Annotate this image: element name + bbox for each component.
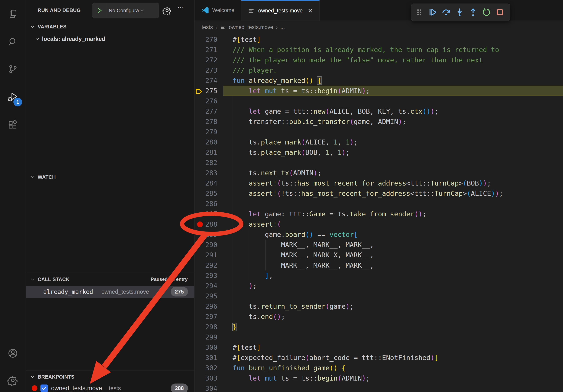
call-stack-frame-row[interactable]: already_marked owned_tests.move 275 — [26, 286, 194, 298]
step-into-button[interactable] — [454, 5, 466, 19]
code-line-294[interactable]: 294 ); — [194, 281, 563, 291]
sidebar-header: RUN AND DEBUG No Configura ⋯ — [26, 0, 194, 21]
code-text: let mut ts = ts::begin(ADMIN); — [232, 373, 370, 383]
breakpoint-dot-icon — [32, 385, 37, 391]
chevron-right-icon: › — [216, 24, 218, 30]
debug-count-badge: 1 — [13, 98, 22, 106]
code-line-303[interactable]: 303 let mut ts = ts::begin(ADMIN); — [194, 373, 563, 383]
call-stack-label: CALL STACK — [38, 276, 69, 282]
chevron-down-icon — [30, 277, 35, 282]
code-line-290[interactable]: 290 MARK__, MARK__, MARK__, — [194, 240, 563, 250]
line-number: 295 — [194, 291, 218, 301]
move-file-icon — [248, 7, 255, 14]
breakpoint-row[interactable]: owned_tests.move tests 288 — [26, 382, 194, 392]
call-stack-section-header[interactable]: CALL STACK Paused on entry — [26, 274, 194, 285]
code-line-274[interactable]: 274fun already_marked() { — [194, 75, 563, 86]
frame-line-badge: 275 — [171, 287, 188, 297]
code-line-272[interactable]: 272/// the player who made the "false" m… — [194, 55, 563, 65]
explorer-icon[interactable] — [0, 3, 26, 25]
code-line-289[interactable]: 289 game.board() == vector[ — [194, 229, 563, 240]
breakpoints-section-header[interactable]: BREAKPOINTS — [26, 371, 194, 382]
code-line-288[interactable]: 288 assert!( — [194, 219, 563, 229]
code-line-284[interactable]: 284 assert!(ts::has_most_recent_for_addr… — [194, 178, 563, 188]
code-line-298[interactable]: 298} — [194, 322, 563, 332]
code-text: #[test] — [232, 342, 261, 353]
launch-settings-gear-icon[interactable] — [163, 6, 172, 16]
code-line-304[interactable]: 304 — [194, 383, 563, 392]
line-number: 288 — [194, 219, 218, 229]
continue-button[interactable] — [427, 5, 439, 19]
source-control-icon[interactable] — [0, 58, 26, 80]
code-text: /// player. — [232, 65, 277, 75]
code-line-282[interactable]: 282 — [194, 157, 563, 168]
code-text: /// the player who made the "false" move… — [232, 55, 483, 65]
extensions-icon[interactable] — [0, 114, 26, 136]
code-line-300[interactable]: 300#[test] — [194, 342, 563, 353]
frame-file: owned_tests.move — [102, 288, 149, 295]
code-text: ], — [232, 270, 273, 281]
breakpoint-checkbox[interactable] — [40, 384, 48, 392]
breakpoint-file: owned_tests.move — [51, 385, 102, 392]
code-line-277[interactable]: 277 let game = ttt::new(ALICE, BOB, KEY,… — [194, 106, 563, 117]
code-text: } — [232, 322, 237, 332]
breakpoint-line-badge: 288 — [171, 383, 188, 392]
locals-scope-row[interactable]: locals: already_marked — [26, 33, 194, 45]
line-number: 299 — [194, 332, 218, 342]
step-out-button[interactable] — [467, 5, 479, 19]
code-line-295[interactable]: 295 — [194, 291, 563, 301]
code-line-286[interactable]: 286 — [194, 198, 563, 209]
code-line-279[interactable]: 279 — [194, 127, 563, 137]
step-over-button[interactable] — [440, 5, 452, 19]
code-text: /// When a position is already marked, t… — [232, 45, 499, 55]
toolbar-drag-handle[interactable] — [413, 5, 425, 19]
tab-welcome[interactable]: Welcome — [194, 0, 241, 21]
code-line-273[interactable]: 273/// player. — [194, 65, 563, 75]
debug-config-dropdown[interactable]: No Configura — [92, 3, 159, 18]
watch-section-header[interactable]: WATCH — [26, 171, 194, 183]
code-line-301[interactable]: 301#[expected_failure(abort_code = ttt::… — [194, 353, 563, 363]
code-line-292[interactable]: 292 MARK__, MARK__, MARK__, — [194, 260, 563, 270]
variables-section-header[interactable]: VARIABLES — [26, 21, 194, 32]
move-file-icon — [220, 24, 227, 30]
code-line-271[interactable]: 271/// When a position is already marked… — [194, 45, 563, 55]
code-line-281[interactable]: 281 ts.place_mark(BOB, 1, 1); — [194, 147, 563, 157]
settings-gear-icon[interactable] — [0, 369, 26, 391]
code-line-293[interactable]: 293 ], — [194, 270, 563, 281]
close-icon[interactable]: ✕ — [308, 7, 313, 14]
start-debug-icon — [96, 7, 103, 14]
breakpoints-label: BREAKPOINTS — [38, 374, 74, 380]
code-text: ); — [232, 281, 257, 291]
code-line-287[interactable]: 287 let game: ttt::Game = ts.take_from_s… — [194, 209, 563, 219]
line-number: 289 — [194, 229, 218, 240]
code-line-285[interactable]: 285 assert!(!ts::has_most_recent_for_add… — [194, 188, 563, 198]
code-line-283[interactable]: 283 ts.next_tx(ADMIN); — [194, 168, 563, 178]
tab-owned-tests[interactable]: owned_tests.move ✕ — [241, 0, 320, 21]
code-line-297[interactable]: 297 ts.end(); — [194, 312, 563, 322]
stop-button[interactable] — [494, 5, 506, 19]
run-and-debug-icon[interactable]: 1 — [0, 86, 26, 108]
search-icon[interactable] — [0, 31, 26, 53]
code-line-280[interactable]: 280 ts.place_mark(ALICE, 1, 1); — [194, 137, 563, 147]
restart-button[interactable] — [480, 5, 493, 19]
code-line-296[interactable]: 296 ts.return_to_sender(game); — [194, 301, 563, 312]
code-line-302[interactable]: 302fun burn_unfinished_game() { — [194, 363, 563, 373]
account-icon[interactable] — [0, 342, 26, 364]
line-number: 275 — [194, 86, 218, 96]
vscode-window: 1 RUN AND DEBUG No Configura ⋯ — [0, 0, 563, 392]
line-number: 282 — [194, 157, 218, 168]
breadcrumb-item[interactable]: owned_tests.move — [229, 24, 273, 30]
code-line-270[interactable]: 270#[test] — [194, 34, 563, 45]
code-line-278[interactable]: 278 transfer::public_transfer(game, ADMI… — [194, 117, 563, 127]
code-line-291[interactable]: 291 MARK__, MARK_X, MARK__, — [194, 250, 563, 260]
line-number: 273 — [194, 65, 218, 75]
code-viewport[interactable]: 270#[test]271/// When a position is alre… — [194, 34, 563, 392]
line-number: 271 — [194, 45, 218, 55]
code-line-276[interactable]: 276 — [194, 96, 563, 106]
activity-bar: 1 — [0, 0, 26, 392]
code-text: assert!(!ts::has_most_recent_for_address… — [232, 188, 503, 198]
code-line-275[interactable]: 275 let mut ts = ts::begin(ADMIN); — [194, 86, 563, 96]
breadcrumb-item[interactable]: tests — [202, 24, 213, 30]
code-line-299[interactable]: 299 — [194, 332, 563, 342]
breadcrumb-item[interactable]: ... — [281, 24, 285, 30]
more-actions-icon[interactable]: ⋯ — [177, 3, 185, 12]
